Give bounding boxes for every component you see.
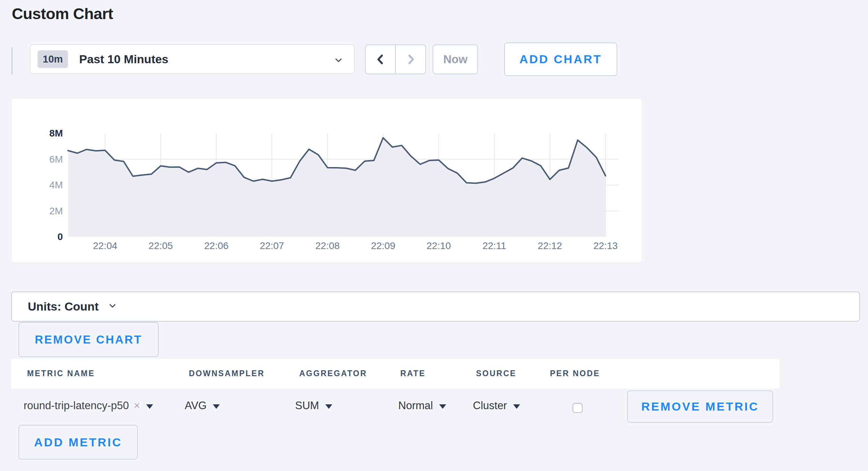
aggregator-value: SUM bbox=[295, 399, 319, 412]
svg-text:22:11: 22:11 bbox=[483, 240, 506, 251]
remove-chart-button[interactable]: REMOVE CHART bbox=[18, 322, 159, 357]
column-header-source: SOURCE bbox=[476, 359, 516, 388]
caret-down-icon bbox=[513, 404, 520, 409]
chevron-right-icon bbox=[404, 53, 417, 66]
toolbar-accent-divider bbox=[11, 47, 12, 74]
add-metric-label: ADD METRIC bbox=[34, 436, 122, 449]
metric-name-value: round-trip-latency-p50 bbox=[24, 399, 129, 412]
chevron-left-icon bbox=[374, 53, 387, 66]
caret-down-icon bbox=[146, 404, 153, 409]
rate-select[interactable]: Normal bbox=[398, 388, 446, 423]
caret-down-icon bbox=[325, 404, 332, 409]
remove-metric-button[interactable]: REMOVE METRIC bbox=[627, 390, 773, 423]
source-select[interactable]: Cluster bbox=[473, 388, 520, 423]
downsampler-select[interactable]: AVG bbox=[185, 388, 220, 423]
add-metric-button[interactable]: ADD METRIC bbox=[18, 425, 138, 460]
add-chart-button[interactable]: ADD CHART bbox=[504, 42, 617, 76]
now-button[interactable]: Now bbox=[433, 44, 478, 74]
svg-text:6M: 6M bbox=[49, 154, 63, 165]
column-header-metric-name: METRIC NAME bbox=[27, 359, 95, 388]
svg-text:22:04: 22:04 bbox=[93, 240, 117, 251]
prev-time-button[interactable] bbox=[366, 45, 396, 74]
time-step-button-group bbox=[365, 44, 426, 74]
svg-text:0: 0 bbox=[57, 231, 63, 242]
remove-tag-x-icon[interactable]: × bbox=[134, 399, 140, 412]
svg-text:22:09: 22:09 bbox=[371, 240, 395, 251]
svg-text:22:12: 22:12 bbox=[538, 240, 562, 251]
page-title: Custom Chart bbox=[12, 5, 113, 23]
custom-chart-page: Custom Chart 10m Past 10 Minutes Now ADD… bbox=[0, 0, 868, 471]
next-time-button[interactable] bbox=[396, 45, 425, 74]
metric-name-select[interactable]: round-trip-latency-p50 × bbox=[24, 388, 153, 423]
remove-chart-label: REMOVE CHART bbox=[35, 333, 142, 346]
caret-down-icon bbox=[213, 404, 220, 409]
svg-text:22:10: 22:10 bbox=[427, 240, 451, 251]
svg-text:22:05: 22:05 bbox=[149, 240, 173, 251]
column-header-per-node: PER NODE bbox=[550, 359, 600, 388]
time-range-dropdown[interactable]: 10m Past 10 Minutes bbox=[30, 44, 355, 74]
now-button-label: Now bbox=[443, 53, 468, 66]
rate-value: Normal bbox=[398, 399, 433, 412]
svg-text:22:08: 22:08 bbox=[315, 240, 340, 251]
add-chart-label: ADD CHART bbox=[519, 52, 602, 66]
metric-chart-card[interactable]: 22:0422:0522:0622:0722:0822:0922:1022:11… bbox=[11, 98, 642, 263]
time-range-badge: 10m bbox=[37, 50, 68, 68]
svg-text:4M: 4M bbox=[49, 180, 63, 190]
time-range-label: Past 10 Minutes bbox=[79, 52, 168, 66]
remove-metric-label: REMOVE METRIC bbox=[641, 400, 759, 413]
svg-text:2M: 2M bbox=[49, 206, 63, 216]
metrics-table-header: METRIC NAME DOWNSAMPLER AGGREGATOR RATE … bbox=[11, 359, 779, 388]
column-header-rate: RATE bbox=[400, 359, 426, 388]
timeseries-area-chart: 22:0422:0522:0622:0722:0822:0922:1022:11… bbox=[11, 98, 642, 263]
svg-text:22:07: 22:07 bbox=[260, 240, 284, 251]
caret-down-icon bbox=[439, 404, 446, 409]
svg-text:22:13: 22:13 bbox=[593, 240, 618, 251]
column-header-downsampler: DOWNSAMPLER bbox=[189, 359, 265, 388]
chevron-down-icon bbox=[334, 56, 343, 65]
chevron-down-icon bbox=[108, 301, 117, 310]
svg-text:22:06: 22:06 bbox=[204, 240, 228, 251]
per-node-checkbox[interactable] bbox=[573, 403, 583, 413]
svg-text:8M: 8M bbox=[49, 128, 63, 139]
source-value: Cluster bbox=[473, 399, 507, 412]
units-dropdown-label: Units: Count bbox=[28, 300, 99, 313]
aggregator-select[interactable]: SUM bbox=[295, 388, 332, 423]
downsampler-value: AVG bbox=[185, 399, 207, 412]
column-header-aggregator: AGGREGATOR bbox=[299, 359, 367, 388]
units-dropdown[interactable]: Units: Count bbox=[11, 291, 860, 322]
